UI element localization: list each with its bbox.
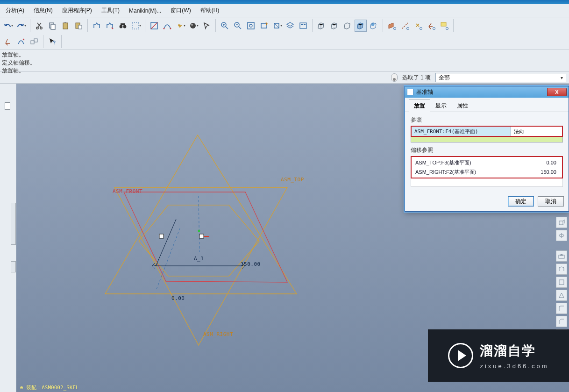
left-strip (0, 84, 16, 392)
point-display-button[interactable] (412, 20, 424, 32)
rt-revolve[interactable] (556, 230, 567, 241)
zoom-in-button[interactable] (219, 20, 231, 32)
menu-help[interactable]: 帮助(H) (196, 5, 224, 16)
hidden-line-button[interactable] (328, 20, 341, 32)
tab-placement[interactable]: 放置 (409, 100, 430, 112)
watermark-url: zixue.3d66.com (480, 363, 548, 370)
csys-tool-icon (3, 37, 13, 46)
annot-display-icon (440, 21, 449, 30)
orient-icon (272, 21, 281, 30)
offset-value[interactable]: 0.00 (523, 159, 560, 166)
shade-button[interactable]: ▾ (187, 20, 199, 32)
zoom-fit-button[interactable] (245, 20, 257, 32)
view-manager-button[interactable] (297, 20, 309, 32)
csys-display-button[interactable] (425, 20, 437, 32)
dim-150: 150.00 (241, 261, 261, 267)
selection-count: 选取了 1 项 (402, 74, 431, 82)
reference-row[interactable]: ASM_FRONT:F4(基准平面) 法向 (412, 127, 562, 136)
menu-window[interactable]: 窗口(W) (166, 5, 195, 16)
rt-extrude[interactable] (556, 217, 567, 228)
paste-special-button[interactable] (72, 20, 85, 32)
cancel-button[interactable]: 取消 (538, 196, 564, 207)
ok-button[interactable]: 确定 (508, 196, 534, 207)
cut-button[interactable] (33, 20, 45, 32)
menu-tools[interactable]: 工具(T) (97, 5, 124, 16)
no-hidden-icon (343, 21, 352, 30)
rt-shell[interactable] (556, 264, 567, 275)
redo-button[interactable]: ▾ (15, 20, 27, 32)
svg-point-15 (190, 23, 196, 29)
reference-highlight-row[interactable] (411, 137, 563, 143)
svg-rect-11 (132, 22, 139, 29)
menu-info[interactable]: 信息(N) (29, 5, 57, 16)
left-panel-handle-2[interactable] (11, 261, 16, 272)
undo-button[interactable]: ▾ (2, 20, 14, 32)
no-hidden-button[interactable] (341, 20, 354, 32)
axis-display-button[interactable] (399, 20, 411, 32)
left-panel-handle[interactable] (11, 203, 16, 245)
dialog-close-button[interactable]: X (547, 88, 567, 96)
offset-grid[interactable]: ASM_TOP:F3(基准平面) 0.00 ASM_RIGHT:F2(基准平面)… (411, 156, 563, 178)
sphere-icon (188, 21, 198, 30)
paste-button[interactable] (59, 20, 71, 32)
menu-applic[interactable]: 应用程序(P) (57, 5, 97, 16)
find-button[interactable] (117, 20, 129, 32)
datum-curve-button[interactable] (161, 20, 173, 32)
svg-rect-42 (159, 234, 164, 238)
shaded-icon (356, 21, 365, 30)
regen-auto-button[interactable] (104, 20, 116, 32)
offset-blank-row[interactable] (411, 178, 563, 187)
datum-axis-dialog: 基准轴 X 放置 显示 属性 参照 ASM_FRONT:F4(基准平面) 法向 … (405, 86, 569, 212)
saved-views-button[interactable] (284, 20, 296, 32)
refit-button[interactable] (258, 20, 270, 32)
selection-filter-button[interactable]: ▾ (130, 20, 142, 32)
menu-manikin[interactable]: Manikin(M)... (124, 6, 166, 16)
selection-filter-dropdown[interactable]: 全部 ▾ (435, 73, 566, 82)
tab-properties[interactable]: 属性 (452, 100, 473, 112)
shell-icon (558, 265, 565, 273)
hole-icon (558, 252, 565, 260)
svg-point-32 (446, 27, 448, 29)
sketch-tool-button[interactable] (15, 36, 27, 48)
revolve-icon (558, 232, 565, 239)
orient-button[interactable]: ▾ (271, 20, 283, 32)
svg-point-29 (420, 27, 422, 29)
rt-draft[interactable] (556, 290, 567, 301)
menu-analyze[interactable]: 分析(A) (1, 5, 29, 16)
rib-icon (558, 278, 565, 286)
message-line: 定义轴偏移。 (2, 59, 567, 67)
offset-value[interactable]: 150.00 (523, 168, 560, 176)
svg-point-9 (123, 25, 127, 28)
reference-type[interactable]: 法向 (511, 127, 562, 136)
rt-rib[interactable] (556, 277, 567, 288)
rt-chamfer[interactable] (556, 316, 567, 327)
reference-grid[interactable]: ASM_FRONT:F4(基准平面) 法向 (411, 126, 563, 137)
rt-round[interactable] (556, 303, 567, 314)
offset-row[interactable]: ASM_RIGHT:F2(基准平面) 150.00 (413, 167, 560, 177)
help-pointer-button[interactable]: ? (46, 36, 58, 48)
regen-button[interactable] (91, 20, 103, 32)
datum-point-button[interactable] (148, 20, 160, 32)
dialog-footer: 确定 取消 (405, 196, 569, 211)
chevron-down-icon: ▾ (561, 75, 563, 80)
zoom-out-button[interactable] (232, 20, 244, 32)
wireframe-button[interactable] (315, 20, 327, 32)
plane-display-button[interactable] (386, 20, 398, 32)
shaded-edges-button[interactable] (368, 20, 380, 32)
shaded-button[interactable] (355, 20, 367, 32)
svg-rect-21 (261, 23, 267, 28)
assembly-tool-button[interactable] (28, 36, 40, 48)
spin-center-button[interactable] (200, 20, 213, 32)
csys-tool-button[interactable] (2, 36, 14, 48)
annot-display-button[interactable] (438, 20, 450, 32)
dialog-titlebar[interactable]: 基准轴 X (405, 86, 569, 98)
copy-button[interactable] (46, 20, 58, 32)
model-tree-toggle[interactable] (5, 102, 10, 110)
rt-hole[interactable] (556, 250, 567, 262)
toolbar-row-1: ▾ ▾ ▾ ▾ ▾ ▾ (0, 17, 569, 34)
offset-row[interactable]: ASM_TOP:F3(基准平面) 0.00 (413, 158, 560, 167)
datum-point-tool-button[interactable]: ▾ (174, 20, 186, 32)
reference-name[interactable]: ASM_FRONT:F4(基准平面) (412, 127, 511, 136)
tab-display[interactable]: 显示 (430, 100, 452, 112)
offset-name: ASM_RIGHT:F2(基准平面) (413, 168, 523, 177)
